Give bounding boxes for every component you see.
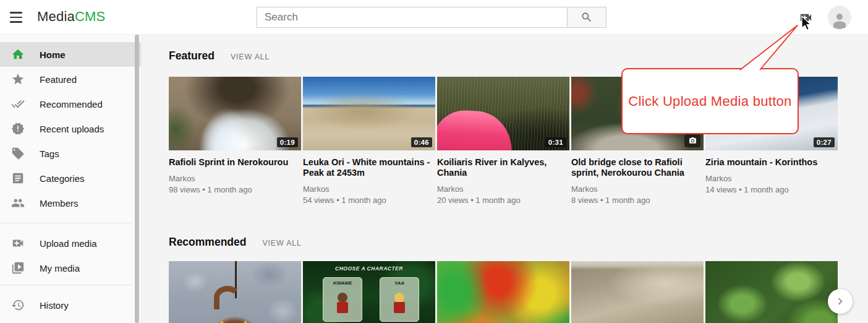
- person-icon: [830, 11, 849, 29]
- section-title: Recommended: [169, 236, 246, 249]
- duration-badge: 0:46: [411, 137, 432, 147]
- user-avatar[interactable]: [828, 6, 851, 29]
- media-meta: 54 views • 1 month ago: [303, 196, 435, 205]
- media-card: 0:46 Leuka Ori - White mountains - Peak …: [303, 77, 435, 205]
- media-thumbnail-river[interactable]: 0:31: [437, 77, 569, 150]
- camera-icon: [689, 137, 697, 145]
- sidebar-item-label: Featured: [40, 74, 77, 85]
- recommended-cards-row: CHOOSE A CHARACTER KWAME YAA Selected Se…: [169, 261, 838, 323]
- media-meta: 98 views • 1 month ago: [169, 185, 301, 194]
- tag-icon: [11, 147, 25, 160]
- featured-section-header: Featured VIEW ALL: [169, 50, 270, 62]
- sidebar-item-categories[interactable]: Categories: [0, 166, 141, 191]
- media-title[interactable]: Ziria mountain - Korinthos: [705, 157, 838, 168]
- chevron-right-icon: [833, 295, 847, 308]
- media-title[interactable]: Koiliaris River in Kalyves, Chania: [437, 157, 569, 178]
- search-input[interactable]: [257, 7, 568, 28]
- media-title[interactable]: Leuka Ori - White mountains - Peak at 24…: [303, 157, 435, 178]
- media-author[interactable]: Markos: [705, 174, 838, 183]
- hamburger-menu-icon[interactable]: [10, 11, 23, 24]
- sidebar-item-label: Recommended: [40, 99, 103, 110]
- media-thumbnail-scree[interactable]: [571, 261, 704, 323]
- logo-media-text: Media: [37, 9, 75, 24]
- kayak-shape: [437, 109, 514, 150]
- duration-badge: 0:31: [545, 137, 566, 147]
- media-thumbnail-leaves[interactable]: [705, 261, 838, 323]
- sidebar-item-label: Home: [40, 50, 66, 60]
- carousel-next-button[interactable]: [828, 289, 853, 314]
- media-thumbnail-game[interactable]: CHOOSE A CHARACTER KWAME YAA Selected Se…: [303, 261, 435, 323]
- media-card: CHOOSE A CHARACTER KWAME YAA Selected Se…: [303, 261, 435, 323]
- recommended-section-header: Recommended VIEW ALL: [169, 236, 302, 249]
- media-meta: 14 views • 1 month ago: [705, 185, 838, 194]
- sidebar-item-label: Upload media: [40, 238, 97, 249]
- media-title[interactable]: Old bridge close to Rafioli sprint, Nero…: [571, 157, 704, 178]
- media-meta: 20 views • 1 month ago: [437, 196, 569, 205]
- sidebar-item-featured[interactable]: Featured: [0, 67, 141, 92]
- media-card: 0:19 Rafioli Sprint in Nerokourou Markos…: [169, 77, 301, 205]
- media-author[interactable]: Markos: [303, 184, 435, 194]
- sidebar-item-label: Categories: [40, 173, 85, 184]
- duration-badge: 0:19: [277, 137, 298, 147]
- duration-badge: 0:27: [814, 137, 835, 147]
- sidebar-scrollbar[interactable]: [135, 35, 139, 323]
- image-type-badge: [684, 134, 700, 147]
- game-character-name: KWAME: [323, 280, 362, 286]
- upload-media-icon: [799, 11, 813, 25]
- media-card: [571, 261, 704, 323]
- sidebar-item-tags[interactable]: Tags: [0, 141, 141, 166]
- mediacms-page: MediaCMS Home: [0, 0, 868, 323]
- media-card: [705, 261, 838, 323]
- search-icon: [581, 11, 593, 24]
- members-icon: [11, 196, 25, 210]
- featured-view-all-link[interactable]: VIEW ALL: [231, 53, 270, 61]
- sidebar: Home Featured Recommended Recent uploads…: [0, 35, 142, 323]
- game-character-name: YAA: [380, 280, 419, 286]
- media-thumbnail-mountains[interactable]: 0:46: [303, 77, 435, 150]
- sidebar-divider: [0, 285, 132, 285]
- media-meta: 8 views • 1 month ago: [571, 196, 704, 205]
- search-bar: [257, 7, 606, 28]
- media-card: 0:31 Koiliaris River in Kalyves, Chania …: [437, 77, 569, 205]
- top-header: MediaCMS: [0, 0, 868, 35]
- game-heading-text: CHOOSE A CHARACTER: [303, 265, 435, 272]
- double-check-icon: [11, 97, 25, 111]
- sidebar-item-recent-uploads[interactable]: Recent uploads: [0, 116, 141, 141]
- logo[interactable]: MediaCMS: [37, 9, 105, 25]
- media-thumbnail-pumpkin[interactable]: [169, 261, 301, 323]
- sidebar-item-label: Tags: [40, 149, 59, 159]
- logo-cms-text: CMS: [75, 9, 106, 24]
- sidebar-item-home[interactable]: Home: [0, 42, 141, 67]
- search-button[interactable]: [568, 7, 606, 28]
- media-author[interactable]: Markos: [169, 174, 301, 183]
- media-thumbnail-colorful[interactable]: [437, 261, 569, 323]
- sidebar-item-label: Members: [40, 198, 79, 209]
- sidebar-item-recommended[interactable]: Recommended: [0, 92, 141, 116]
- new-releases-icon: [11, 122, 25, 136]
- media-author[interactable]: Markos: [571, 184, 704, 194]
- sidebar-item-members[interactable]: Members: [0, 191, 141, 215]
- section-title: Featured: [169, 50, 215, 62]
- recommended-view-all-link[interactable]: VIEW ALL: [262, 239, 301, 248]
- sidebar-item-history[interactable]: History: [0, 293, 141, 317]
- annotation-callout: Click Upload Media button: [621, 68, 799, 134]
- annotation-text: Click Upload Media button: [628, 93, 791, 110]
- media-title[interactable]: Rafioli Sprint in Nerokourou: [169, 157, 301, 168]
- video-library-icon: [11, 261, 25, 275]
- upload-media-icon: [11, 236, 25, 250]
- upload-media-button[interactable]: [798, 9, 814, 25]
- sidebar-item-label: Recent uploads: [40, 124, 104, 134]
- media-card: [169, 261, 301, 323]
- sidebar-item-upload-media[interactable]: Upload media: [0, 231, 141, 256]
- home-icon: [11, 48, 25, 61]
- star-icon: [11, 72, 25, 86]
- sidebar-item-label: History: [40, 300, 69, 311]
- media-thumbnail-waterfall[interactable]: 0:19: [169, 77, 301, 150]
- media-card: [437, 261, 569, 323]
- sidebar-divider: [0, 223, 132, 223]
- history-icon: [11, 298, 25, 312]
- categories-icon: [11, 171, 25, 185]
- sidebar-item-my-media[interactable]: My media: [0, 256, 141, 280]
- media-author[interactable]: Markos: [437, 184, 569, 194]
- sidebar-item-label: My media: [40, 263, 80, 273]
